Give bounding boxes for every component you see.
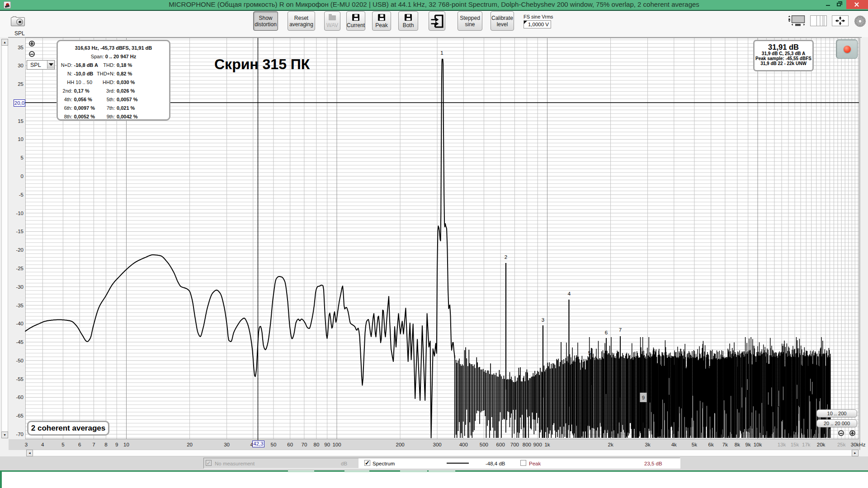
svg-text:80: 80 <box>314 442 320 447</box>
svg-text:4: 4 <box>568 291 571 296</box>
svg-text:30: 30 <box>224 442 230 447</box>
svg-text:10: 10 <box>123 442 129 447</box>
svg-text:-15: -15 <box>16 229 24 234</box>
svg-text:7k: 7k <box>722 442 728 447</box>
svg-text:0: 0 <box>21 174 24 179</box>
svg-text:7: 7 <box>92 442 95 447</box>
svg-text:3: 3 <box>542 317 544 323</box>
svg-text:9: 9 <box>115 442 118 447</box>
svg-text:17k: 17k <box>802 442 811 447</box>
svg-text:30kHz: 30kHz <box>851 442 866 447</box>
svg-text:8k: 8k <box>735 442 740 447</box>
svg-text:3k: 3k <box>645 442 651 447</box>
svg-text:50: 50 <box>271 442 277 447</box>
svg-text:-65: -65 <box>16 413 24 418</box>
svg-text:800: 800 <box>523 442 531 447</box>
svg-text:90: 90 <box>324 442 330 447</box>
svg-text:-5: -5 <box>19 192 24 197</box>
svg-text:-45: -45 <box>16 339 24 345</box>
svg-text:15k: 15k <box>791 442 799 447</box>
svg-text:60: 60 <box>287 442 293 447</box>
svg-text:25k: 25k <box>837 442 846 447</box>
svg-text:5: 5 <box>61 442 64 447</box>
svg-text:7: 7 <box>619 327 622 333</box>
svg-text:-40: -40 <box>16 321 24 326</box>
svg-text:1: 1 <box>440 50 443 56</box>
svg-text:6k: 6k <box>708 442 714 447</box>
svg-text:-10: -10 <box>16 211 24 216</box>
svg-text:4k: 4k <box>671 442 677 447</box>
svg-text:2k: 2k <box>608 442 613 447</box>
svg-text:-70: -70 <box>16 432 24 437</box>
svg-text:500: 500 <box>480 442 488 447</box>
svg-text:2: 2 <box>505 254 507 260</box>
svg-text:15: 15 <box>18 118 24 124</box>
svg-text:35: 35 <box>18 45 24 50</box>
svg-text:3: 3 <box>25 442 28 447</box>
svg-text:10k: 10k <box>754 442 762 447</box>
svg-text:30: 30 <box>18 63 24 68</box>
svg-text:5: 5 <box>21 155 24 160</box>
svg-text:70: 70 <box>302 442 307 447</box>
svg-text:8: 8 <box>104 442 107 447</box>
svg-text:9k: 9k <box>745 442 751 447</box>
svg-text:600: 600 <box>496 442 505 447</box>
svg-text:9: 9 <box>642 395 645 400</box>
svg-text:-20: -20 <box>16 247 24 253</box>
svg-text:-35: -35 <box>16 303 24 308</box>
svg-text:13k: 13k <box>778 442 786 447</box>
svg-text:10: 10 <box>18 136 24 142</box>
svg-text:-60: -60 <box>16 394 24 400</box>
svg-text:6: 6 <box>605 330 608 335</box>
svg-text:-30: -30 <box>16 284 24 290</box>
svg-text:25: 25 <box>18 81 24 87</box>
svg-text:300: 300 <box>433 442 442 447</box>
svg-text:1k: 1k <box>544 442 550 447</box>
svg-text:200: 200 <box>396 442 405 447</box>
svg-text:-55: -55 <box>16 376 24 382</box>
svg-text:-50: -50 <box>16 358 24 363</box>
svg-text:4: 4 <box>41 442 44 447</box>
svg-text:5: 5 <box>588 350 591 356</box>
svg-text:20k: 20k <box>817 442 826 447</box>
svg-text:20: 20 <box>187 442 193 447</box>
svg-text:-25: -25 <box>16 266 24 271</box>
svg-text:6: 6 <box>78 442 81 447</box>
svg-text:900: 900 <box>533 442 542 447</box>
svg-text:5k: 5k <box>692 442 697 447</box>
svg-text:100: 100 <box>332 442 341 447</box>
svg-text:8: 8 <box>631 359 634 364</box>
svg-text:400: 400 <box>459 442 468 447</box>
svg-text:700: 700 <box>510 442 519 447</box>
